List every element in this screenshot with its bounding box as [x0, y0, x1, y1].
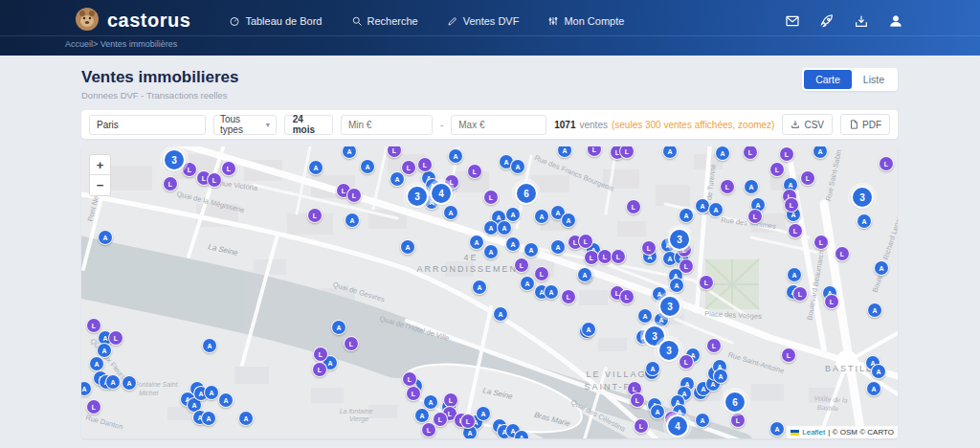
- carte-view-button[interactable]: Carte: [804, 70, 852, 89]
- map-marker-apartment[interactable]: A: [89, 356, 104, 371]
- map-marker-apartment[interactable]: A: [469, 235, 484, 250]
- map-marker-apartment[interactable]: A: [650, 404, 665, 419]
- map-marker-house[interactable]: L: [626, 199, 641, 214]
- map-marker-house[interactable]: L: [679, 354, 694, 370]
- map-marker-house[interactable]: L: [221, 161, 236, 176]
- map-marker-house[interactable]: L: [86, 318, 101, 333]
- nav-mon-compte[interactable]: Mon Compte: [547, 15, 624, 27]
- map-marker-house[interactable]: L: [313, 347, 328, 362]
- map-marker-house[interactable]: L: [784, 197, 799, 213]
- map-marker-house[interactable]: L: [706, 338, 722, 353]
- map-marker-house[interactable]: L: [747, 209, 763, 224]
- map-cluster-marker[interactable]: 3: [406, 185, 429, 208]
- map-marker-apartment[interactable]: A: [520, 276, 535, 291]
- map-marker-apartment[interactable]: A: [497, 220, 512, 235]
- map-marker-house[interactable]: L: [483, 190, 499, 205]
- map-marker-apartment[interactable]: A: [476, 406, 491, 421]
- map-marker-apartment[interactable]: A: [423, 394, 438, 410]
- map-marker-apartment[interactable]: A: [708, 202, 724, 217]
- nav-recherche[interactable]: Recherche: [351, 15, 418, 27]
- map-marker-house[interactable]: L: [824, 294, 839, 309]
- map-marker-house[interactable]: L: [788, 223, 803, 238]
- map-marker-apartment[interactable]: A: [510, 159, 525, 174]
- map-marker-apartment[interactable]: A: [308, 160, 323, 175]
- nav-ventes-dvf[interactable]: Ventes DVF: [447, 15, 520, 27]
- map[interactable]: 4EARRONDISSEMENTLE VILLAGESAINT-PBASTILL…: [81, 146, 898, 438]
- map-marker-apartment[interactable]: A: [443, 205, 458, 220]
- map-cluster-marker[interactable]: 3: [658, 295, 681, 318]
- map-marker-apartment[interactable]: A: [122, 375, 137, 391]
- map-marker-house[interactable]: L: [611, 249, 626, 264]
- map-marker-apartment[interactable]: A: [400, 239, 415, 255]
- map-marker-house[interactable]: L: [108, 330, 123, 346]
- map-marker-apartment[interactable]: A: [874, 260, 889, 276]
- map-cluster-marker[interactable]: 3: [668, 228, 691, 251]
- map-marker-house[interactable]: L: [730, 413, 746, 428]
- map-marker-house[interactable]: L: [346, 188, 362, 203]
- map-marker-house[interactable]: L: [86, 399, 101, 414]
- map-marker-house[interactable]: L: [792, 286, 808, 302]
- map-cluster-marker[interactable]: 6: [724, 391, 746, 414]
- location-input[interactable]: [89, 115, 206, 135]
- map-marker-apartment[interactable]: A: [201, 411, 216, 426]
- map-marker-apartment[interactable]: A: [669, 278, 684, 293]
- map-marker-apartment[interactable]: A: [514, 430, 529, 438]
- map-marker-house[interactable]: L: [401, 160, 416, 175]
- map-cluster-marker[interactable]: 4: [666, 414, 689, 437]
- map-marker-house[interactable]: L: [417, 157, 433, 172]
- map-marker-apartment[interactable]: A: [577, 267, 592, 282]
- map-marker-apartment[interactable]: A: [787, 267, 802, 282]
- map-cluster-marker[interactable]: 3: [163, 148, 186, 171]
- map-marker-apartment[interactable]: A: [98, 230, 113, 245]
- map-marker-apartment[interactable]: A: [360, 159, 375, 174]
- map-marker-house[interactable]: L: [578, 234, 593, 249]
- breadcrumb-home[interactable]: Accueil: [65, 39, 93, 49]
- map-marker-apartment[interactable]: A: [695, 413, 710, 428]
- map-marker-house[interactable]: L: [514, 258, 529, 273]
- map-marker-apartment[interactable]: A: [867, 302, 882, 318]
- map-marker-apartment[interactable]: A: [544, 284, 559, 300]
- pdf-button[interactable]: PDF: [840, 114, 890, 135]
- map-marker-apartment[interactable]: A: [581, 322, 596, 337]
- map-marker-apartment[interactable]: A: [505, 207, 521, 222]
- map-marker-apartment[interactable]: A: [390, 171, 405, 187]
- map-marker-house[interactable]: L: [769, 162, 785, 177]
- map-marker-house[interactable]: L: [630, 392, 645, 408]
- map-marker-house[interactable]: L: [634, 418, 649, 434]
- brand[interactable]: castorus: [75, 7, 190, 35]
- leaflet-link[interactable]: Leaflet: [802, 428, 825, 437]
- map-marker-apartment[interactable]: A: [238, 411, 254, 426]
- map-marker-apartment[interactable]: A: [523, 242, 539, 258]
- period-button[interactable]: 24 mois: [284, 115, 333, 135]
- map-marker-apartment[interactable]: A: [493, 306, 508, 322]
- mail-icon[interactable]: [785, 13, 800, 29]
- map-marker-apartment[interactable]: A: [505, 236, 521, 252]
- map-marker-apartment[interactable]: A: [331, 320, 346, 335]
- user-icon[interactable]: [888, 13, 903, 29]
- zoom-in-button[interactable]: +: [90, 155, 110, 175]
- map-marker-house[interactable]: L: [813, 235, 829, 250]
- map-marker-house[interactable]: L: [679, 258, 694, 274]
- map-marker-apartment[interactable]: A: [345, 213, 360, 228]
- map-marker-apartment[interactable]: A: [414, 408, 430, 423]
- csv-button[interactable]: CSV: [782, 114, 833, 135]
- map-marker-apartment[interactable]: A: [645, 361, 660, 376]
- liste-view-button[interactable]: Liste: [852, 70, 896, 89]
- map-marker-house[interactable]: L: [835, 246, 850, 261]
- map-marker-house[interactable]: L: [163, 176, 178, 191]
- map-marker-house[interactable]: L: [879, 156, 894, 171]
- min-price-input[interactable]: [341, 115, 433, 135]
- map-marker-house[interactable]: L: [207, 172, 222, 188]
- max-price-input[interactable]: [451, 115, 546, 135]
- map-marker-apartment[interactable]: A: [218, 392, 234, 408]
- map-marker-apartment[interactable]: A: [857, 213, 872, 229]
- nav-tableau-de-bord[interactable]: Tableau de Bord: [229, 15, 322, 27]
- type-select[interactable]: Tous types ▾: [213, 115, 277, 135]
- map-marker-apartment[interactable]: A: [561, 213, 576, 228]
- map-marker-house[interactable]: L: [467, 164, 482, 179]
- map-marker-house[interactable]: L: [312, 362, 327, 377]
- map-marker-apartment[interactable]: A: [713, 369, 728, 384]
- map-marker-apartment[interactable]: A: [871, 364, 886, 379]
- map-marker-house[interactable]: L: [406, 386, 421, 401]
- map-marker-apartment[interactable]: A: [550, 239, 566, 255]
